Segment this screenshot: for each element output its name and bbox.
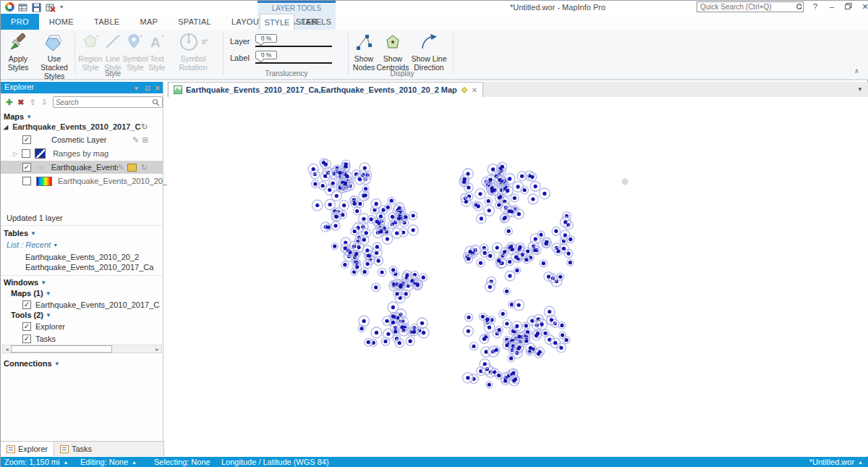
- connections-section-header[interactable]: Connections ▼: [4, 359, 60, 368]
- restore-button[interactable]: [841, 1, 856, 12]
- layer-translucency-slider[interactable]: [255, 46, 332, 47]
- zoom-status[interactable]: Zoom: 1,150 mi▲: [4, 457, 68, 467]
- collapse-ribbon-icon[interactable]: ∧: [854, 67, 859, 75]
- window-item-map[interactable]: ✓ Earthquake_Events_2010_2017_Ca,Earthqu…: [1, 298, 163, 311]
- ribbon-tab-row: PROHOMETABLEMAPSPATIALLAYOUTRASTER STYLE…: [1, 14, 868, 30]
- ranges-theme-swatch: [35, 148, 46, 159]
- layer-visibility-checkbox[interactable]: [22, 149, 30, 158]
- open-table-icon[interactable]: [18, 2, 28, 12]
- explorer-tab-icon: [7, 445, 15, 453]
- quick-search-input[interactable]: [700, 3, 796, 11]
- label-translucency-value[interactable]: 0 %: [255, 51, 277, 59]
- scroll-left-icon[interactable]: ◄: [3, 347, 11, 352]
- scrollbar-thumb[interactable]: [11, 345, 112, 353]
- save-workspace-icon[interactable]: [32, 2, 42, 12]
- use-stacked-styles-button[interactable]: Use Stacked Styles: [35, 31, 73, 80]
- panel-menu-icon[interactable]: ▾: [135, 83, 138, 94]
- layer-translucency-value[interactable]: 0 %: [255, 34, 277, 43]
- tables-section-header[interactable]: Tables ▼: [4, 229, 36, 237]
- ribbon-tab-home[interactable]: HOME: [39, 14, 84, 30]
- horizontal-scrollbar[interactable]: ◄ ►: [2, 345, 162, 353]
- tool-checkbox[interactable]: ✓: [22, 322, 31, 331]
- window-list-icon[interactable]: ▼: [857, 86, 863, 93]
- selecting-status: Selecting: None: [154, 457, 210, 467]
- table-item[interactable]: Earthquake_Events_2010_2017_Ca: [25, 263, 153, 272]
- workspace-status[interactable]: *Untitled.wor▲: [809, 457, 863, 467]
- close-map-tab-icon[interactable]: ✕: [472, 86, 477, 94]
- layer-row-ranges[interactable]: ▷ Ranges by mag: [1, 147, 163, 160]
- text-style-icon: A: [148, 33, 166, 51]
- table-item[interactable]: Earthquake_Events_2010_20_2: [25, 253, 139, 261]
- tool-checkbox[interactable]: ✓: [22, 335, 31, 343]
- windows-maps-header[interactable]: Maps (1) ▼: [11, 289, 51, 298]
- explorer-search-input[interactable]: [56, 98, 152, 106]
- tool-item-tasks[interactable]: ✓ Tasks: [1, 332, 163, 345]
- move-down-icon[interactable]: ⇩: [41, 98, 48, 107]
- map-tree-item[interactable]: ◢ Earthquake_Events_2010_2017_Ca,Earthq.…: [1, 120, 163, 133]
- show-centroids-button[interactable]: Show Centroids: [376, 31, 409, 72]
- map-canvas[interactable]: [167, 97, 868, 456]
- explorer-search-box[interactable]: [53, 96, 163, 108]
- move-up-icon[interactable]: ⇧: [29, 98, 35, 107]
- expander-collapsed-icon[interactable]: ▷: [13, 151, 17, 157]
- minimize-button[interactable]: –: [824, 1, 840, 12]
- tools-section-header[interactable]: Tools (2) ▼: [11, 311, 51, 319]
- edit-layer-icon[interactable]: ✎: [132, 135, 139, 145]
- modify-theme-icon[interactable]: [127, 164, 137, 172]
- windows-section-header[interactable]: Windows ▼: [4, 278, 46, 287]
- search-icon: [152, 98, 160, 106]
- panel-close-icon[interactable]: ✕: [155, 83, 161, 94]
- add-item-icon[interactable]: ✚: [6, 98, 12, 107]
- panel-pin-icon[interactable]: ⊡: [145, 83, 150, 94]
- paintbrush-icon: [9, 33, 27, 51]
- quick-search-box[interactable]: [697, 1, 804, 12]
- apply-styles-button[interactable]: Apply Styles: [1, 31, 35, 72]
- tasks-tab-icon: [60, 445, 69, 453]
- layer-visibility-checkbox[interactable]: ✓: [22, 163, 31, 172]
- show-line-direction-icon: [420, 33, 438, 51]
- panel-tab-explorer[interactable]: Explorer: [1, 442, 54, 456]
- translucency-group-label: Translucency: [239, 70, 333, 77]
- panel-tab-tasks[interactable]: Tasks: [54, 442, 98, 456]
- close-button[interactable]: ✕: [857, 1, 868, 12]
- layer-visibility-checkbox[interactable]: [22, 177, 31, 185]
- map-options-icon[interactable]: ↻: [141, 122, 148, 132]
- restore-icon: [845, 3, 852, 9]
- layer-visibility-checkbox[interactable]: ✓: [22, 135, 31, 144]
- map-document-tab[interactable]: Earthquake_Events_2010_2017_Ca,Earthquak…: [168, 82, 483, 97]
- line-style-icon: [104, 33, 122, 51]
- projection-status[interactable]: Longitude / Latitude (WGS 84): [221, 457, 329, 467]
- layer-row-events-selected[interactable]: ✓ ★ Earthquake_Events_20... ✎ ↻: [1, 161, 163, 174]
- map-window-icon: [174, 85, 182, 94]
- layer-row-cosmetic[interactable]: ✓ Cosmetic Layer ✎ ⊞: [1, 133, 163, 146]
- map-points-svg: [167, 97, 868, 456]
- close-table-icon[interactable]: [46, 2, 56, 12]
- layer-row-events-theme[interactable]: Earthquake_Events_2010_20_2: [1, 174, 163, 188]
- refresh-layer-icon[interactable]: ↻: [141, 163, 148, 172]
- layer-label-settings-icon[interactable]: ⊞: [142, 135, 148, 145]
- qat-customize-icon[interactable]: ▾: [60, 4, 63, 10]
- tab-style[interactable]: STYLE: [260, 14, 294, 30]
- tool-item-explorer[interactable]: ✓ Explorer: [1, 320, 163, 333]
- scroll-right-icon[interactable]: ►: [153, 347, 161, 352]
- edit-layer-icon[interactable]: ✎: [118, 163, 124, 172]
- title-bar: ▾ LAYER TOOLS *Untitled.wor - MapInfo Pr…: [1, 1, 868, 14]
- active-window-diamond-icon: [461, 86, 468, 93]
- editing-status[interactable]: Editing: None▲: [80, 457, 137, 467]
- tab-labels[interactable]: LABELS: [297, 14, 335, 30]
- label-translucency-slider[interactable]: [255, 62, 332, 64]
- help-button[interactable]: ?: [807, 1, 823, 12]
- ribbon-tab-spatial[interactable]: SPATIAL: [168, 14, 221, 30]
- expander-expanded-icon[interactable]: ◢: [4, 124, 8, 130]
- text-style-button: A Text Style: [147, 31, 167, 72]
- tables-filter[interactable]: List : Recent ▼: [7, 240, 58, 249]
- region-style-button: Region Style: [77, 31, 103, 72]
- ribbon-tab-map[interactable]: MAP: [129, 14, 168, 30]
- style-override-star-icon[interactable]: ★: [37, 162, 46, 173]
- show-line-direction-button[interactable]: Show Line Direction: [410, 31, 448, 72]
- ribbon-tab-table[interactable]: TABLE: [84, 14, 130, 30]
- ribbon-tab-pro[interactable]: PRO: [1, 14, 39, 30]
- window-checkbox[interactable]: ✓: [22, 300, 31, 309]
- remove-item-icon[interactable]: ✖: [17, 98, 24, 107]
- show-nodes-button[interactable]: Show Nodes: [352, 31, 376, 72]
